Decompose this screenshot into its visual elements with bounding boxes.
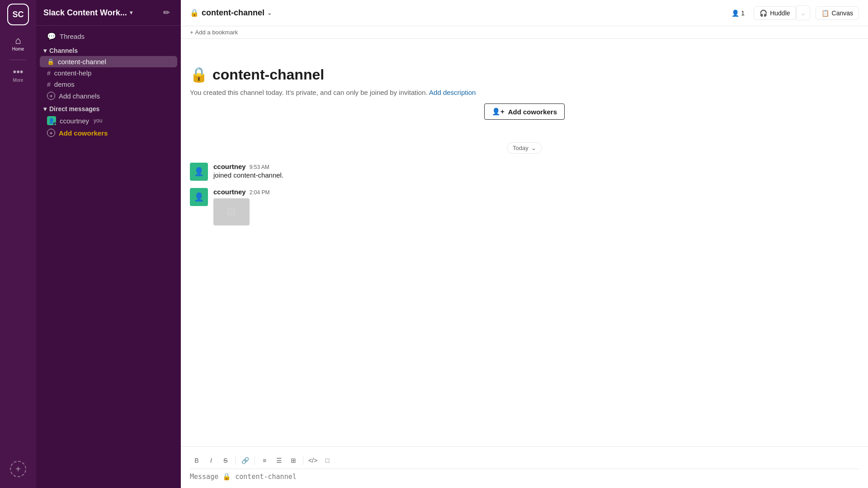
- plus-icon: +: [190, 29, 193, 36]
- channel-intro-text: You created this channel today. It's pri…: [190, 89, 859, 96]
- composer: B I S 🔗 ≡ ☰ ⊞ </> □: [181, 446, 868, 488]
- direct-messages-section-header[interactable]: ▾ Direct messages: [36, 102, 181, 114]
- workspace-avatar[interactable]: SC: [7, 4, 29, 25]
- channel-title[interactable]: 🔒 content-channel ⌄: [190, 8, 272, 18]
- dm-avatar-ccourtney: 👤: [47, 116, 56, 125]
- online-status-indicator: [53, 122, 57, 126]
- message-group: 👤 ccourtney 2:04 PM 🖼: [190, 188, 859, 225]
- huddle-button-group: 🎧 Huddle ⌄: [754, 5, 810, 20]
- message-text: joined content-channel.: [213, 171, 859, 179]
- channels-section-header[interactable]: ▾ Channels: [36, 43, 181, 56]
- message-author[interactable]: ccourtney: [213, 163, 246, 170]
- plus-icon: +: [15, 464, 21, 474]
- toolbar-divider: [303, 456, 303, 465]
- header-actions: 👤 1 🎧 Huddle ⌄ 📋 Canvas: [728, 5, 859, 20]
- compose-icon: ✏: [163, 8, 170, 18]
- hash-icon: #: [47, 70, 51, 77]
- collapse-icon: ▾: [43, 47, 47, 54]
- threads-nav-item[interactable]: 💬 Threads: [40, 29, 177, 43]
- strikethrough-button[interactable]: S: [219, 454, 232, 467]
- add-workspace-button[interactable]: +: [10, 461, 26, 477]
- ordered-list-button[interactable]: ☰: [272, 454, 286, 467]
- bookmark-bar: + Add a bookmark: [181, 26, 868, 39]
- toolbar-divider: [235, 456, 236, 465]
- chevron-down-icon: ⌄: [800, 9, 806, 17]
- channel-lock-icon: 🔒: [190, 9, 199, 17]
- toolbar-divider: [255, 456, 255, 465]
- main-content: 🔒 content-channel ⌄ 👤 1 🎧 Huddle ⌄ 📋 Can…: [181, 0, 868, 488]
- unordered-list-button[interactable]: ≡: [258, 454, 271, 467]
- composer-toolbar: B I S 🔗 ≡ ☰ ⊞ </> □: [190, 452, 859, 469]
- add-circle-icon: +: [47, 129, 55, 137]
- code-button[interactable]: </>: [306, 454, 320, 467]
- add-person-icon: 👤+: [492, 108, 505, 116]
- intro-lock-icon: 🔒: [190, 66, 208, 83]
- message-content: ccourtney 9:53 AM joined content-channel…: [213, 163, 859, 181]
- you-badge: you: [94, 117, 102, 124]
- huddle-dropdown-button[interactable]: ⌄: [796, 5, 810, 20]
- canvas-icon: 📋: [821, 9, 829, 17]
- channel-dropdown-icon: ⌄: [267, 10, 272, 16]
- message-input[interactable]: [190, 473, 859, 481]
- channel-item-demos[interactable]: # demos: [40, 79, 177, 90]
- rail-divider: [10, 60, 26, 60]
- workspace-name[interactable]: Slack Content Work... ▾: [43, 8, 132, 18]
- link-button[interactable]: 🔗: [238, 454, 252, 467]
- channel-intro-header: 🔒 content-channel: [190, 66, 859, 83]
- channel-header: 🔒 content-channel ⌄ 👤 1 🎧 Huddle ⌄ 📋 Can…: [181, 0, 868, 26]
- add-channels-item[interactable]: + Add channels: [40, 90, 177, 102]
- member-icon: 👤: [731, 9, 739, 17]
- member-count-button[interactable]: 👤 1: [728, 8, 748, 19]
- avatar: 👤: [190, 188, 208, 206]
- message-time: 9:53 AM: [250, 164, 269, 170]
- canvas-button[interactable]: 📋 Canvas: [816, 6, 859, 20]
- icon-rail: SC ⌂ Home ••• More +: [0, 0, 36, 488]
- message-meta: ccourtney 9:53 AM: [213, 163, 859, 170]
- hash-icon: #: [47, 81, 51, 88]
- sidebar-header: Slack Content Work... ▾ ✏: [36, 0, 181, 26]
- compose-button[interactable]: ✏: [159, 5, 174, 20]
- message-time: 2:04 PM: [250, 189, 270, 196]
- message-area: 🔒 content-channel You created this chann…: [181, 39, 868, 446]
- sidebar: Slack Content Work... ▾ ✏ 💬 Threads ▾ Ch…: [36, 0, 181, 488]
- collapse-icon: ▾: [43, 105, 47, 113]
- message-content: ccourtney 2:04 PM 🖼: [213, 188, 859, 225]
- chevron-down-icon: ⌄: [531, 145, 536, 151]
- today-badge-button[interactable]: Today ⌄: [507, 142, 542, 154]
- dm-item-ccourtney[interactable]: 👤 ccourtney you: [40, 114, 177, 127]
- italic-button[interactable]: I: [204, 454, 218, 467]
- sidebar-nav: 💬 Threads ▾ Channels 🔒 content-channel #…: [36, 26, 181, 142]
- huddle-button[interactable]: 🎧 Huddle: [754, 6, 796, 20]
- threads-icon: 💬: [47, 32, 56, 41]
- add-coworkers-item[interactable]: + Add coworkers: [40, 127, 177, 139]
- message-meta: ccourtney 2:04 PM: [213, 188, 859, 196]
- add-circle-icon: +: [47, 92, 55, 100]
- home-icon: ⌂: [15, 36, 21, 46]
- channel-item-content-channel[interactable]: 🔒 content-channel: [40, 56, 177, 67]
- workspace-dropdown-icon: ▾: [130, 9, 132, 16]
- avatar: 👤: [190, 163, 208, 181]
- today-divider: Today ⌄: [190, 142, 859, 154]
- channel-intro: 🔒 content-channel You created this chann…: [190, 48, 859, 133]
- channel-item-content-help[interactable]: # content-help: [40, 67, 177, 79]
- more-nav-item[interactable]: ••• More: [7, 64, 29, 85]
- add-bookmark-button[interactable]: + Add a bookmark: [190, 29, 238, 36]
- headphone-icon: 🎧: [760, 9, 767, 17]
- home-nav-item[interactable]: ⌂ Home: [7, 33, 29, 54]
- more-icon: •••: [13, 67, 23, 77]
- message-group: 👤 ccourtney 9:53 AM joined content-chann…: [190, 163, 859, 181]
- message-image: 🖼: [213, 198, 250, 225]
- add-coworkers-button[interactable]: 👤+ Add coworkers: [484, 103, 565, 120]
- add-description-link[interactable]: Add description: [429, 89, 476, 96]
- code-block-button[interactable]: □: [321, 454, 334, 467]
- bold-button[interactable]: B: [190, 454, 203, 467]
- block-button[interactable]: ⊞: [287, 454, 300, 467]
- lock-icon: 🔒: [47, 58, 54, 65]
- message-author[interactable]: ccourtney: [213, 188, 246, 196]
